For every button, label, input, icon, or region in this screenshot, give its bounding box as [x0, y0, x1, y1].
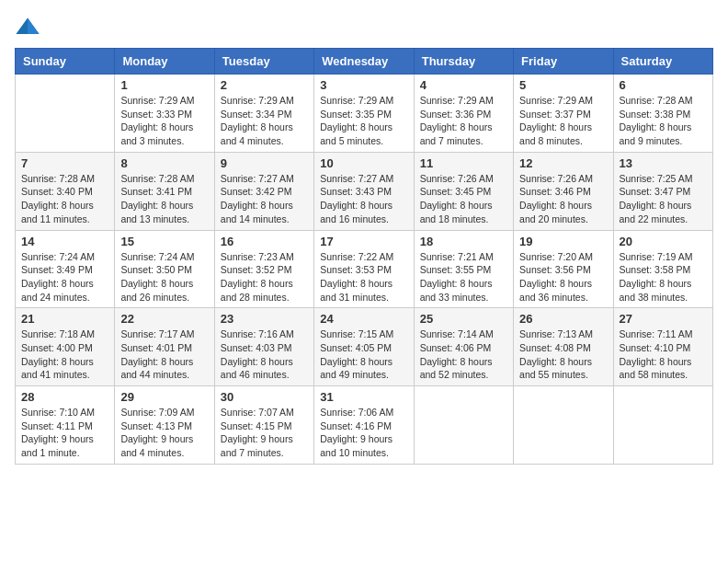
calendar-week-2: 7Sunrise: 7:28 AMSunset: 3:40 PMDaylight… — [16, 152, 713, 230]
day-number: 5 — [519, 78, 607, 92]
day-info: Sunrise: 7:29 AMSunset: 3:36 PMDaylight:… — [420, 94, 507, 148]
calendar-cell: 14Sunrise: 7:24 AMSunset: 3:49 PMDayligh… — [16, 230, 115, 308]
day-number: 16 — [221, 235, 308, 248]
calendar-cell: 7Sunrise: 7:28 AMSunset: 3:40 PMDaylight… — [16, 152, 115, 230]
day-info: Sunrise: 7:29 AMSunset: 3:34 PMDaylight:… — [221, 94, 308, 148]
calendar-cell: 3Sunrise: 7:29 AMSunset: 3:35 PMDaylight… — [314, 75, 414, 153]
calendar-week-3: 14Sunrise: 7:24 AMSunset: 3:49 PMDayligh… — [16, 230, 713, 308]
day-info: Sunrise: 7:29 AMSunset: 3:35 PMDaylight:… — [320, 94, 407, 148]
calendar-week-1: 1Sunrise: 7:29 AMSunset: 3:33 PMDaylight… — [16, 75, 713, 153]
day-info: Sunrise: 7:28 AMSunset: 3:38 PMDaylight:… — [620, 94, 707, 148]
calendar-cell: 25Sunrise: 7:14 AMSunset: 4:06 PMDayligh… — [414, 308, 513, 386]
day-info: Sunrise: 7:07 AMSunset: 4:15 PMDaylight:… — [221, 406, 308, 460]
calendar-cell: 29Sunrise: 7:09 AMSunset: 4:13 PMDayligh… — [115, 386, 214, 465]
calendar-cell — [613, 386, 712, 465]
col-header-saturday: Saturday — [613, 49, 712, 75]
calendar-cell — [414, 386, 513, 465]
calendar-cell: 24Sunrise: 7:15 AMSunset: 4:05 PMDayligh… — [314, 308, 414, 386]
day-number: 10 — [320, 156, 407, 170]
day-info: Sunrise: 7:23 AMSunset: 3:52 PMDaylight:… — [221, 250, 308, 304]
calendar-cell: 10Sunrise: 7:27 AMSunset: 3:43 PMDayligh… — [314, 152, 414, 230]
calendar-cell: 28Sunrise: 7:10 AMSunset: 4:11 PMDayligh… — [16, 386, 115, 465]
calendar-week-4: 21Sunrise: 7:18 AMSunset: 4:00 PMDayligh… — [16, 308, 713, 386]
col-header-monday: Monday — [115, 49, 214, 75]
col-header-friday: Friday — [514, 49, 613, 75]
calendar-cell: 22Sunrise: 7:17 AMSunset: 4:01 PMDayligh… — [115, 308, 214, 386]
col-header-thursday: Thursday — [414, 49, 513, 75]
calendar-cell: 5Sunrise: 7:29 AMSunset: 3:37 PMDaylight… — [514, 75, 613, 153]
calendar-cell: 20Sunrise: 7:19 AMSunset: 3:58 PMDayligh… — [613, 230, 712, 308]
day-info: Sunrise: 7:29 AMSunset: 3:33 PMDaylight:… — [120, 94, 208, 148]
calendar-cell: 15Sunrise: 7:24 AMSunset: 3:50 PMDayligh… — [115, 230, 214, 308]
calendar-cell — [16, 75, 115, 153]
page-header — [15, 15, 713, 40]
day-number: 26 — [519, 312, 607, 326]
day-info: Sunrise: 7:18 AMSunset: 4:00 PMDaylight:… — [21, 327, 108, 382]
svg-marker-1 — [28, 18, 40, 35]
day-number: 23 — [221, 312, 308, 326]
day-number: 8 — [120, 156, 208, 170]
day-number: 31 — [320, 390, 407, 404]
logo-icon — [15, 15, 40, 40]
calendar-cell: 18Sunrise: 7:21 AMSunset: 3:55 PMDayligh… — [414, 230, 513, 308]
calendar-body: 1Sunrise: 7:29 AMSunset: 3:33 PMDaylight… — [16, 75, 713, 465]
day-info: Sunrise: 7:25 AMSunset: 3:47 PMDaylight:… — [620, 172, 707, 226]
calendar-cell: 12Sunrise: 7:26 AMSunset: 3:46 PMDayligh… — [514, 152, 613, 230]
day-number: 14 — [21, 235, 108, 248]
calendar-header: SundayMondayTuesdayWednesdayThursdayFrid… — [16, 49, 713, 75]
calendar-cell: 17Sunrise: 7:22 AMSunset: 3:53 PMDayligh… — [314, 230, 414, 308]
calendar-cell: 6Sunrise: 7:28 AMSunset: 3:38 PMDaylight… — [613, 75, 712, 153]
day-info: Sunrise: 7:29 AMSunset: 3:37 PMDaylight:… — [519, 94, 607, 148]
calendar-cell: 26Sunrise: 7:13 AMSunset: 4:08 PMDayligh… — [514, 308, 613, 386]
day-info: Sunrise: 7:09 AMSunset: 4:13 PMDaylight:… — [120, 406, 208, 460]
day-number: 7 — [21, 156, 108, 170]
day-number: 29 — [120, 390, 208, 404]
day-number: 22 — [120, 312, 208, 326]
day-number: 6 — [620, 78, 707, 92]
day-info: Sunrise: 7:10 AMSunset: 4:11 PMDaylight:… — [21, 406, 108, 460]
calendar-cell: 31Sunrise: 7:06 AMSunset: 4:16 PMDayligh… — [314, 386, 414, 465]
day-info: Sunrise: 7:13 AMSunset: 4:08 PMDaylight:… — [519, 327, 607, 382]
calendar-cell: 30Sunrise: 7:07 AMSunset: 4:15 PMDayligh… — [214, 386, 313, 465]
day-number: 2 — [221, 78, 308, 92]
calendar-cell: 13Sunrise: 7:25 AMSunset: 3:47 PMDayligh… — [613, 152, 712, 230]
day-number: 17 — [320, 235, 407, 248]
day-info: Sunrise: 7:22 AMSunset: 3:53 PMDaylight:… — [320, 250, 407, 304]
day-number: 28 — [21, 390, 108, 404]
col-header-tuesday: Tuesday — [214, 49, 313, 75]
day-info: Sunrise: 7:24 AMSunset: 3:50 PMDaylight:… — [120, 250, 208, 304]
day-info: Sunrise: 7:20 AMSunset: 3:56 PMDaylight:… — [519, 250, 607, 304]
day-info: Sunrise: 7:19 AMSunset: 3:58 PMDaylight:… — [620, 250, 707, 304]
day-info: Sunrise: 7:26 AMSunset: 3:46 PMDaylight:… — [519, 172, 607, 226]
day-number: 15 — [120, 235, 208, 248]
day-info: Sunrise: 7:06 AMSunset: 4:16 PMDaylight:… — [320, 406, 407, 460]
day-info: Sunrise: 7:16 AMSunset: 4:03 PMDaylight:… — [221, 327, 308, 382]
day-number: 12 — [519, 156, 607, 170]
calendar-cell: 4Sunrise: 7:29 AMSunset: 3:36 PMDaylight… — [414, 75, 513, 153]
day-info: Sunrise: 7:27 AMSunset: 3:43 PMDaylight:… — [320, 172, 407, 226]
day-number: 21 — [21, 312, 108, 326]
calendar-cell: 8Sunrise: 7:28 AMSunset: 3:41 PMDaylight… — [115, 152, 214, 230]
day-number: 13 — [620, 156, 707, 170]
day-info: Sunrise: 7:21 AMSunset: 3:55 PMDaylight:… — [420, 250, 507, 304]
col-header-wednesday: Wednesday — [314, 49, 414, 75]
day-info: Sunrise: 7:28 AMSunset: 3:41 PMDaylight:… — [120, 172, 208, 226]
calendar-cell: 27Sunrise: 7:11 AMSunset: 4:10 PMDayligh… — [613, 308, 712, 386]
calendar-cell: 9Sunrise: 7:27 AMSunset: 3:42 PMDaylight… — [214, 152, 313, 230]
day-info: Sunrise: 7:27 AMSunset: 3:42 PMDaylight:… — [221, 172, 308, 226]
calendar-cell: 2Sunrise: 7:29 AMSunset: 3:34 PMDaylight… — [214, 75, 313, 153]
day-info: Sunrise: 7:24 AMSunset: 3:49 PMDaylight:… — [21, 250, 108, 304]
calendar-cell: 16Sunrise: 7:23 AMSunset: 3:52 PMDayligh… — [214, 230, 313, 308]
calendar-table: SundayMondayTuesdayWednesdayThursdayFrid… — [15, 48, 713, 465]
calendar-cell: 1Sunrise: 7:29 AMSunset: 3:33 PMDaylight… — [115, 75, 214, 153]
calendar-cell: 21Sunrise: 7:18 AMSunset: 4:00 PMDayligh… — [16, 308, 115, 386]
calendar-cell: 23Sunrise: 7:16 AMSunset: 4:03 PMDayligh… — [214, 308, 313, 386]
day-number: 4 — [420, 78, 507, 92]
calendar-cell: 11Sunrise: 7:26 AMSunset: 3:45 PMDayligh… — [414, 152, 513, 230]
day-number: 9 — [221, 156, 308, 170]
day-number: 19 — [519, 235, 607, 248]
day-number: 27 — [620, 312, 707, 326]
day-number: 3 — [320, 78, 407, 92]
day-info: Sunrise: 7:11 AMSunset: 4:10 PMDaylight:… — [620, 327, 707, 382]
calendar-cell: 19Sunrise: 7:20 AMSunset: 3:56 PMDayligh… — [514, 230, 613, 308]
